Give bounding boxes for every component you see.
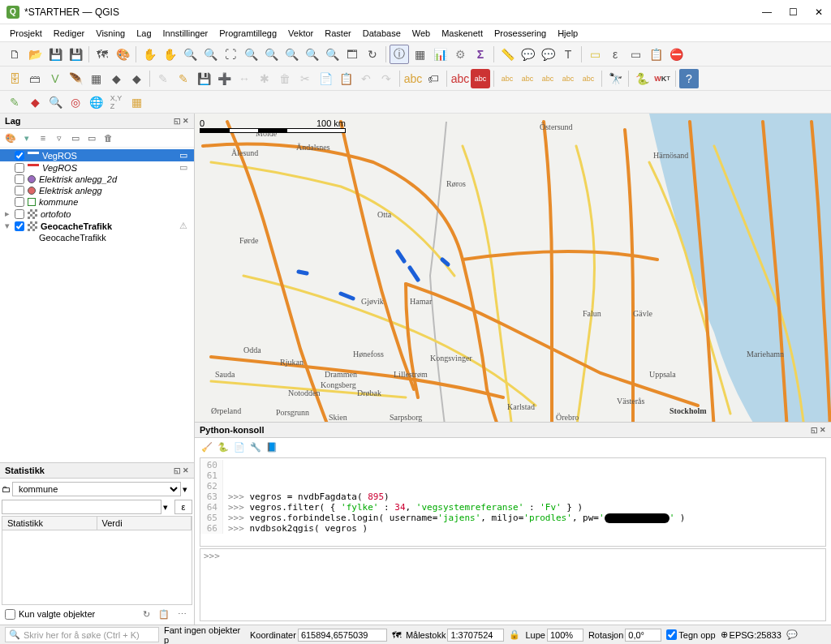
binoculars-icon[interactable]: 🔭	[605, 69, 625, 88]
help-icon[interactable]: ?	[679, 69, 699, 88]
redo-icon[interactable]: ↷	[377, 69, 396, 88]
style-toggle-icon[interactable]: 🎨	[3, 131, 18, 145]
menu-prosessering[interactable]: Prosessering	[489, 27, 551, 40]
layer-row-vegros-sel[interactable]: VegROS ▭	[0, 149, 194, 161]
layer-row-geocache[interactable]: ▾ GeocacheTrafikk ⚠	[0, 220, 194, 232]
python-icon[interactable]: 🐍	[632, 69, 652, 88]
locator-search[interactable]: 🔍 Skriv her for å søke (Ctrl + K)	[5, 627, 159, 642]
menu-innstillinger[interactable]: Innstillinger	[158, 27, 213, 40]
zoom-last-icon[interactable]: 🔍	[302, 45, 321, 64]
undo-icon[interactable]: ↶	[356, 69, 376, 88]
copy-icon[interactable]: 📄	[316, 69, 335, 88]
layer-check[interactable]	[15, 163, 24, 173]
text-annot-icon[interactable]: T	[558, 45, 578, 64]
field-calc-icon[interactable]: 📊	[430, 45, 450, 64]
layer-row-kommune[interactable]: kommune	[0, 196, 194, 208]
raster-edit-icon[interactable]: ◆	[25, 92, 45, 112]
layer-row-elektrisk2d[interactable]: Elektrisk anlegg_2d	[0, 174, 194, 185]
toggle-edit-icon[interactable]: ✎	[174, 69, 193, 88]
zoom-next-icon[interactable]: 🔍	[322, 45, 342, 64]
expression-button[interactable]: ε	[174, 500, 192, 514]
move-feature-icon[interactable]: ↔	[235, 69, 254, 88]
layer-check[interactable]	[15, 186, 24, 195]
stats-layer-combo[interactable]: kommune	[12, 482, 181, 496]
refresh-stats-icon[interactable]: ↻	[139, 607, 153, 621]
target-icon[interactable]: ◎	[66, 92, 85, 112]
menu-prosjekt[interactable]: Prosjekt	[5, 27, 47, 40]
menu-rediger[interactable]: Rediger	[49, 27, 90, 40]
identify-icon[interactable]: ⓘ	[390, 45, 409, 64]
undock-icon[interactable]: ◱	[174, 117, 181, 125]
zoom-in-icon[interactable]: 🔍	[180, 45, 200, 64]
open-project-icon[interactable]: 📂	[25, 45, 45, 64]
save-icon[interactable]: 💾	[45, 45, 65, 64]
pan-selection-icon[interactable]: ✋	[160, 45, 179, 64]
filter-icon[interactable]: ▾	[19, 131, 34, 145]
label1-icon[interactable]: abc	[403, 69, 423, 88]
paste-icon[interactable]: 📋	[336, 69, 355, 88]
remove-icon[interactable]: 🗑	[101, 131, 115, 145]
expand-icon[interactable]: ≡	[36, 131, 50, 145]
xy-icon[interactable]: X,YZ	[106, 92, 126, 112]
scale-field[interactable]	[447, 629, 504, 642]
zoom-plus-icon[interactable]: 🔍	[45, 92, 65, 112]
bookmark-icon[interactable]: 💬	[518, 45, 537, 64]
label3-icon[interactable]: abc	[450, 69, 470, 88]
layer-check[interactable]	[15, 209, 24, 219]
layer-row-ortofoto[interactable]: ▸ ortofoto	[0, 208, 194, 220]
map-canvas[interactable]: Molde Ålesund Åndalsnes Røros Östersund …	[195, 114, 831, 422]
layer-check[interactable]	[15, 151, 24, 161]
menu-stats-icon[interactable]: ⋯	[174, 607, 189, 621]
stats-field-combo[interactable]	[2, 500, 161, 514]
close-button[interactable]: ✕	[813, 6, 825, 18]
menu-programtillegg[interactable]: Programtillegg	[214, 27, 282, 40]
rot-field[interactable]	[625, 629, 661, 642]
label4-icon[interactable]: abc	[471, 69, 490, 88]
no-entry-icon[interactable]: ⛔	[666, 45, 686, 64]
python-output[interactable]: 60 61 62 63>>> vegros = nvdbFagdata( 895…	[200, 457, 826, 547]
new-gpx-icon[interactable]: ◆	[127, 69, 146, 88]
menu-database[interactable]: Database	[358, 27, 406, 40]
label2-icon[interactable]: 🏷	[424, 69, 443, 88]
save-edits-icon[interactable]: 💾	[194, 69, 213, 88]
selected-only-check[interactable]	[5, 609, 15, 620]
clear-icon[interactable]: 🧹	[200, 440, 214, 454]
label5-icon[interactable]: abc	[497, 69, 517, 88]
editor-icon[interactable]: 📄	[232, 440, 247, 454]
label8-icon[interactable]: abc	[558, 69, 578, 88]
crs-icon[interactable]: ⊕	[721, 629, 728, 640]
layer-tree[interactable]: VegROS ▭ VegROS ▭ Elektrisk anlegg_2d El…	[0, 148, 194, 462]
help-py-icon[interactable]: 📘	[265, 440, 279, 454]
delete-icon[interactable]: 🗑	[275, 69, 295, 88]
add-group-icon[interactable]: ▭	[84, 131, 99, 145]
close-panel-icon[interactable]: ✕	[820, 426, 826, 434]
measure-icon[interactable]: 📏	[497, 45, 517, 64]
close-panel-icon[interactable]: ✕	[183, 466, 189, 474]
maximize-button[interactable]: ☐	[787, 6, 799, 18]
new-virtual-icon[interactable]: ▦	[86, 69, 105, 88]
undock-icon[interactable]: ◱	[811, 426, 818, 434]
label6-icon[interactable]: abc	[518, 69, 537, 88]
new-map-view-icon[interactable]: 🗔	[342, 45, 362, 64]
refresh-icon[interactable]: ↻	[363, 45, 382, 64]
menu-hjelp[interactable]: Hjelp	[553, 27, 583, 40]
zoom-full-icon[interactable]: ⛶	[221, 45, 240, 64]
new-mesh-icon[interactable]: ◆	[106, 69, 126, 88]
add-feature-icon[interactable]: ➕	[214, 69, 234, 88]
select-expr-icon[interactable]: ε	[605, 45, 625, 64]
run-icon[interactable]: 🐍	[216, 440, 230, 454]
node-tool-icon[interactable]: ✱	[255, 69, 274, 88]
edit-icon[interactable]: ✎	[153, 69, 173, 88]
globe-icon[interactable]: 🌐	[86, 92, 105, 112]
new-spatialite-icon[interactable]: 🪶	[66, 69, 85, 88]
new-shapefile-icon[interactable]: V	[45, 69, 65, 88]
stats-icon[interactable]: Σ	[471, 45, 490, 64]
zoom-out-icon[interactable]: 🔍	[200, 45, 220, 64]
close-panel-icon[interactable]: ✕	[183, 117, 189, 125]
layer-style-icon[interactable]: ▭	[179, 150, 187, 161]
deselect-icon[interactable]: ▭	[626, 45, 645, 64]
undock-icon[interactable]: ◱	[174, 466, 181, 474]
extent-icon[interactable]: 🗺	[392, 630, 401, 640]
filter2-icon[interactable]: ▿	[52, 131, 67, 145]
menu-visning[interactable]: Visning	[91, 27, 130, 40]
